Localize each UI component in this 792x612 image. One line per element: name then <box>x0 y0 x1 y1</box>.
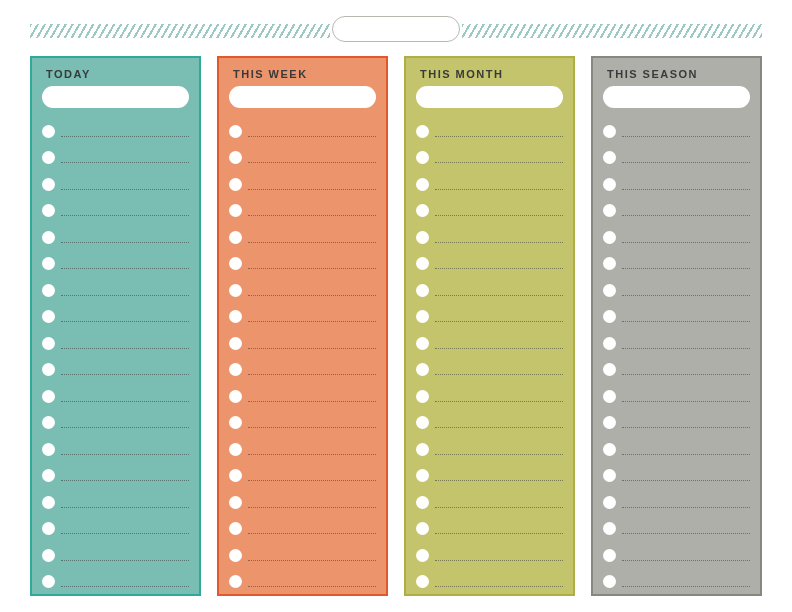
column-input-season[interactable] <box>603 86 750 108</box>
entry-line[interactable] <box>435 215 563 216</box>
list-item[interactable] <box>42 383 189 410</box>
entry-line[interactable] <box>61 374 189 375</box>
list-item[interactable] <box>603 463 750 490</box>
list-item[interactable] <box>229 516 376 543</box>
list-item[interactable] <box>416 304 563 331</box>
entry-line[interactable] <box>248 480 376 481</box>
entry-line[interactable] <box>435 242 563 243</box>
list-item[interactable] <box>416 542 563 569</box>
entry-line[interactable] <box>248 242 376 243</box>
list-item[interactable] <box>603 436 750 463</box>
entry-line[interactable] <box>248 162 376 163</box>
bullet-icon[interactable] <box>603 151 616 164</box>
entry-line[interactable] <box>435 189 563 190</box>
bullet-icon[interactable] <box>229 443 242 456</box>
bullet-icon[interactable] <box>416 363 429 376</box>
bullet-icon[interactable] <box>42 363 55 376</box>
column-input-week[interactable] <box>229 86 376 108</box>
bullet-icon[interactable] <box>42 416 55 429</box>
list-item[interactable] <box>603 542 750 569</box>
bullet-icon[interactable] <box>603 522 616 535</box>
bullet-icon[interactable] <box>229 204 242 217</box>
entry-line[interactable] <box>248 295 376 296</box>
list-item[interactable] <box>416 171 563 198</box>
bullet-icon[interactable] <box>42 443 55 456</box>
entry-line[interactable] <box>248 374 376 375</box>
list-item[interactable] <box>229 410 376 437</box>
entry-line[interactable] <box>248 321 376 322</box>
bullet-icon[interactable] <box>603 257 616 270</box>
column-input-today[interactable] <box>42 86 189 108</box>
bullet-icon[interactable] <box>416 390 429 403</box>
list-item[interactable] <box>603 145 750 172</box>
entry-line[interactable] <box>61 162 189 163</box>
entry-line[interactable] <box>622 295 750 296</box>
bullet-icon[interactable] <box>42 231 55 244</box>
entry-line[interactable] <box>435 268 563 269</box>
bullet-icon[interactable] <box>229 363 242 376</box>
bullet-icon[interactable] <box>416 575 429 588</box>
entry-line[interactable] <box>435 374 563 375</box>
list-item[interactable] <box>416 516 563 543</box>
entry-line[interactable] <box>622 215 750 216</box>
bullet-icon[interactable] <box>42 125 55 138</box>
entry-line[interactable] <box>61 242 189 243</box>
entry-line[interactable] <box>61 401 189 402</box>
entry-line[interactable] <box>61 480 189 481</box>
list-item[interactable] <box>42 145 189 172</box>
entry-line[interactable] <box>435 295 563 296</box>
bullet-icon[interactable] <box>603 549 616 562</box>
list-item[interactable] <box>229 383 376 410</box>
entry-line[interactable] <box>622 507 750 508</box>
entry-line[interactable] <box>622 136 750 137</box>
list-item[interactable] <box>416 489 563 516</box>
bullet-icon[interactable] <box>416 496 429 509</box>
entry-line[interactable] <box>435 162 563 163</box>
list-item[interactable] <box>229 198 376 225</box>
entry-line[interactable] <box>61 533 189 534</box>
list-item[interactable] <box>603 251 750 278</box>
bullet-icon[interactable] <box>42 284 55 297</box>
entry-line[interactable] <box>435 348 563 349</box>
list-item[interactable] <box>229 277 376 304</box>
list-item[interactable] <box>229 118 376 145</box>
bullet-icon[interactable] <box>229 178 242 191</box>
bullet-icon[interactable] <box>603 575 616 588</box>
bullet-icon[interactable] <box>42 549 55 562</box>
entry-line[interactable] <box>622 533 750 534</box>
entry-line[interactable] <box>435 321 563 322</box>
list-item[interactable] <box>42 277 189 304</box>
bullet-icon[interactable] <box>416 125 429 138</box>
list-item[interactable] <box>229 171 376 198</box>
list-item[interactable] <box>42 224 189 251</box>
entry-line[interactable] <box>61 136 189 137</box>
list-item[interactable] <box>416 118 563 145</box>
bullet-icon[interactable] <box>416 310 429 323</box>
bullet-icon[interactable] <box>416 522 429 535</box>
list-item[interactable] <box>416 357 563 384</box>
bullet-icon[interactable] <box>603 284 616 297</box>
bullet-icon[interactable] <box>229 125 242 138</box>
entry-line[interactable] <box>622 427 750 428</box>
entry-line[interactable] <box>435 454 563 455</box>
list-item[interactable] <box>229 569 376 596</box>
bullet-icon[interactable] <box>229 151 242 164</box>
list-item[interactable] <box>42 410 189 437</box>
entry-line[interactable] <box>622 162 750 163</box>
bullet-icon[interactable] <box>229 257 242 270</box>
entry-line[interactable] <box>61 586 189 587</box>
entry-line[interactable] <box>435 136 563 137</box>
bullet-icon[interactable] <box>416 231 429 244</box>
list-item[interactable] <box>42 304 189 331</box>
list-item[interactable] <box>603 198 750 225</box>
bullet-icon[interactable] <box>416 257 429 270</box>
bullet-icon[interactable] <box>229 469 242 482</box>
entry-line[interactable] <box>622 480 750 481</box>
list-item[interactable] <box>42 330 189 357</box>
list-item[interactable] <box>416 198 563 225</box>
list-item[interactable] <box>603 277 750 304</box>
bullet-icon[interactable] <box>229 522 242 535</box>
entry-line[interactable] <box>435 427 563 428</box>
entry-line[interactable] <box>622 401 750 402</box>
entry-line[interactable] <box>61 560 189 561</box>
